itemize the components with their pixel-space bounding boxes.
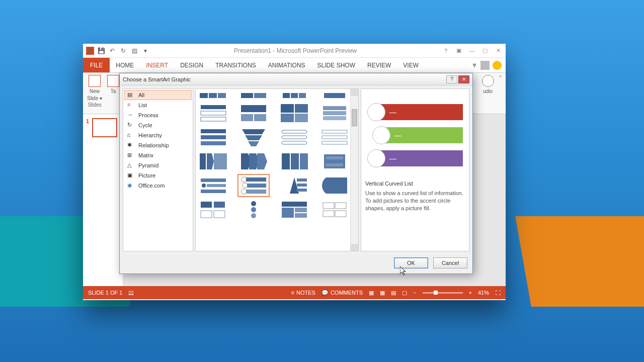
category-picture[interactable]: ▣Picture bbox=[124, 170, 192, 180]
layout-thumb[interactable] bbox=[199, 103, 228, 123]
category-hierarchy[interactable]: ⎌Hierarchy bbox=[124, 130, 192, 140]
start-icon[interactable]: ▤ bbox=[130, 47, 138, 55]
layout-thumb[interactable] bbox=[320, 103, 349, 123]
save-icon[interactable]: 💾 bbox=[97, 47, 105, 55]
category-all[interactable]: ▤All bbox=[124, 90, 192, 100]
tab-insert[interactable]: INSERT bbox=[140, 58, 174, 72]
comments-button[interactable]: 💬 COMMENTS bbox=[321, 290, 363, 296]
svg-rect-59 bbox=[297, 189, 307, 192]
cancel-button[interactable]: Cancel bbox=[433, 257, 467, 268]
scroll-up-icon[interactable] bbox=[351, 89, 358, 96]
zoom-level[interactable]: 41% bbox=[478, 290, 489, 296]
layout-thumb[interactable] bbox=[280, 127, 309, 147]
redo-icon[interactable]: ↻ bbox=[119, 47, 127, 55]
category-list[interactable]: ≡List bbox=[124, 100, 192, 110]
layout-thumb[interactable] bbox=[320, 151, 349, 171]
audio-button[interactable]: udio bbox=[482, 75, 494, 94]
svg-rect-20 bbox=[323, 111, 346, 115]
svg-rect-40 bbox=[282, 153, 290, 169]
layout-thumb[interactable] bbox=[199, 175, 228, 196]
svg-rect-18 bbox=[295, 114, 308, 122]
category-office[interactable]: ◉Office.com bbox=[124, 180, 192, 191]
normal-view-icon[interactable]: ▦ bbox=[369, 290, 374, 296]
layout-thumb[interactable] bbox=[239, 103, 268, 123]
tab-design[interactable]: DESIGN bbox=[174, 58, 209, 72]
tab-home[interactable]: HOME bbox=[110, 58, 140, 72]
layout-thumb[interactable] bbox=[280, 103, 309, 123]
feedback-icon[interactable] bbox=[493, 61, 502, 70]
layout-thumb[interactable] bbox=[280, 175, 309, 196]
svg-marker-39 bbox=[257, 153, 267, 169]
spellcheck-icon[interactable]: 🕮 bbox=[128, 290, 134, 296]
layout-thumb[interactable] bbox=[280, 92, 309, 99]
layout-vertical-curved-list[interactable] bbox=[239, 175, 268, 196]
category-cycle[interactable]: ↻Cycle bbox=[124, 120, 192, 130]
zoom-out-button[interactable]: − bbox=[413, 290, 416, 296]
qat-dropdown-icon[interactable]: ▾ bbox=[141, 47, 149, 55]
svg-rect-42 bbox=[300, 153, 308, 169]
help-icon[interactable]: ? bbox=[441, 47, 450, 55]
layout-thumb[interactable] bbox=[239, 92, 268, 99]
new-slide-button[interactable]: New Slide ▾ bbox=[87, 75, 102, 101]
zoom-slider[interactable] bbox=[423, 292, 463, 294]
category-pyramid[interactable]: △Pyramid bbox=[124, 160, 192, 170]
all-icon: ▤ bbox=[127, 92, 134, 99]
minimize-button[interactable]: — bbox=[467, 47, 476, 55]
picture-icon: ▣ bbox=[127, 172, 134, 179]
layout-thumb[interactable] bbox=[239, 151, 268, 171]
layout-thumb[interactable] bbox=[320, 92, 349, 99]
zoom-in-button[interactable]: + bbox=[469, 290, 472, 296]
undo-icon[interactable]: ↶ bbox=[108, 47, 116, 55]
tab-review[interactable]: REVIEW bbox=[361, 58, 397, 72]
dialog-close-button[interactable]: ✕ bbox=[458, 75, 469, 83]
layout-thumb[interactable] bbox=[199, 151, 228, 171]
category-process[interactable]: →Process bbox=[124, 110, 192, 120]
reading-view-icon[interactable]: ▤ bbox=[391, 290, 396, 296]
slide-counter[interactable]: SLIDE 1 OF 1 bbox=[88, 290, 122, 296]
sorter-view-icon[interactable]: ▦ bbox=[380, 290, 385, 296]
layout-thumb[interactable] bbox=[199, 92, 228, 99]
slideshow-view-icon[interactable]: ▢ bbox=[402, 290, 407, 296]
layout-thumb[interactable] bbox=[239, 127, 268, 147]
tab-transitions[interactable]: TRANSITIONS bbox=[209, 58, 262, 72]
layout-thumb[interactable] bbox=[239, 200, 268, 220]
tab-view[interactable]: VIEW bbox=[397, 58, 425, 72]
notes-button[interactable]: ≡ NOTES bbox=[291, 290, 315, 296]
layout-thumb[interactable] bbox=[199, 127, 228, 147]
close-button[interactable]: ✕ bbox=[494, 47, 503, 55]
maximize-button[interactable]: ▢ bbox=[480, 47, 490, 55]
layout-thumb[interactable] bbox=[320, 175, 349, 196]
layout-thumb[interactable] bbox=[280, 151, 309, 171]
tables-button[interactable]: Ta bbox=[107, 75, 119, 94]
layout-thumb[interactable] bbox=[199, 200, 228, 220]
dialog-help-button[interactable]: ? bbox=[446, 75, 457, 83]
tab-slideshow[interactable]: SLIDE SHOW bbox=[311, 58, 361, 72]
smartart-dialog: Choose a SmartArt Graphic ? ✕ ▤All ≡List… bbox=[119, 73, 473, 274]
user-avatar[interactable] bbox=[480, 61, 490, 70]
tab-file[interactable]: FILE bbox=[83, 58, 110, 72]
dialog-titlebar[interactable]: Choose a SmartArt Graphic ? ✕ bbox=[120, 73, 472, 85]
category-relationship[interactable]: ✱Relationship bbox=[124, 140, 192, 150]
status-bar: SLIDE 1 OF 1 🕮 ≡ NOTES 💬 COMMENTS ▦ ▦ ▤ … bbox=[83, 286, 506, 299]
window-title: Presentation1 - Microsoft PowerPoint Pre… bbox=[149, 47, 441, 54]
ok-button[interactable]: OK bbox=[394, 257, 428, 268]
svg-rect-0 bbox=[200, 93, 208, 98]
scroll-thumb[interactable] bbox=[352, 109, 357, 126]
layout-thumb[interactable] bbox=[320, 200, 349, 220]
svg-rect-74 bbox=[335, 211, 346, 217]
category-matrix[interactable]: ⊞Matrix bbox=[124, 150, 192, 160]
svg-rect-16 bbox=[295, 104, 308, 113]
svg-rect-68 bbox=[282, 208, 294, 218]
gallery-scrollbar[interactable] bbox=[350, 89, 358, 251]
layout-thumb[interactable] bbox=[320, 127, 349, 147]
svg-rect-32 bbox=[322, 136, 347, 139]
collapse-ribbon-icon[interactable]: ▾ bbox=[472, 60, 476, 70]
tab-animations[interactable]: ANIMATIONS bbox=[262, 58, 311, 72]
collapse-icon[interactable]: ˆ bbox=[499, 75, 502, 84]
ribbon-display-icon[interactable]: ▣ bbox=[454, 47, 463, 55]
fit-window-icon[interactable]: ⛶ bbox=[495, 290, 501, 296]
scroll-down-icon[interactable] bbox=[351, 244, 358, 251]
layout-thumb[interactable] bbox=[280, 200, 309, 220]
svg-rect-12 bbox=[241, 105, 266, 112]
slide-thumbnail[interactable]: 1 bbox=[86, 118, 120, 137]
